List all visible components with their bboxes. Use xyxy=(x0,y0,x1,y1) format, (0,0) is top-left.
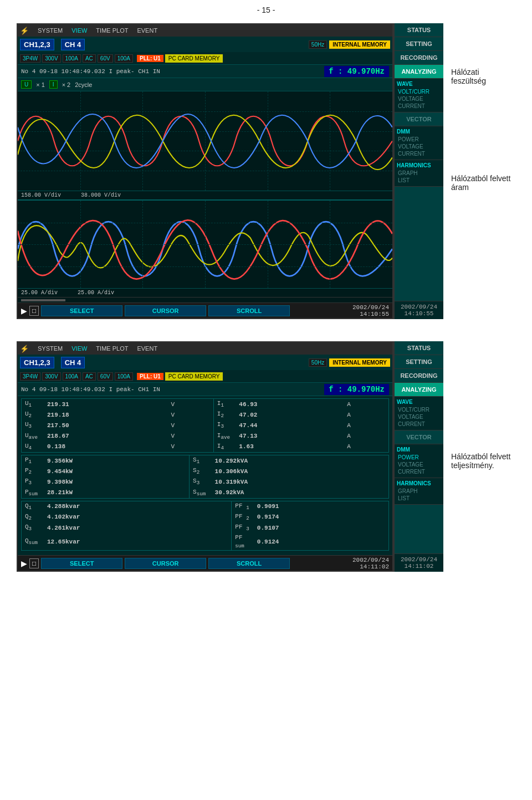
i2-label: I2 xyxy=(213,409,236,420)
screen1-container: ⚡ SYSTEM VIEW TIME PLOT EVENT CH1,2,3 CH… xyxy=(17,23,443,319)
square-icon: □ xyxy=(29,306,39,316)
i3-unit: A xyxy=(344,420,388,430)
menu-system-2[interactable]: SYSTEM xyxy=(38,345,63,352)
u2-label: U2 xyxy=(22,409,44,420)
param-3p4w: 3P4W xyxy=(20,54,40,63)
sidebar-status-1[interactable]: STATUS xyxy=(395,23,443,37)
current-waveform xyxy=(18,199,392,288)
pc-card-memory-badge-2: PC CARD MEMORY xyxy=(165,372,223,381)
sidebar-setting-1[interactable]: SETTING xyxy=(395,37,443,51)
voltage-scale1: 158.00 V/div xyxy=(21,192,61,198)
s2-value: 10.306kVA xyxy=(212,466,388,476)
sidebar-recording-1[interactable]: RECORDING xyxy=(395,51,443,65)
sidebar-voltcurr-1[interactable]: VOLT/CURR xyxy=(397,88,441,95)
p1-label: P1 xyxy=(22,455,44,466)
sidebar-vector-1[interactable]: VECTOR xyxy=(395,112,443,126)
sidebar-current-1[interactable]: CURRENT xyxy=(397,102,441,110)
ch4-label-2: CH 4 xyxy=(61,357,85,368)
ui-table: U1 219.31 V I1 46.93 A U2 219.18 V I2 xyxy=(22,399,388,452)
sidebar-power-1[interactable]: POWER xyxy=(397,136,441,143)
menu-timeplot-2[interactable]: TIME PLOT xyxy=(96,345,128,352)
ch123-label: CH1,2,3 xyxy=(20,39,54,50)
sidebar-dmm-voltage-2[interactable]: VOLTAGE xyxy=(397,461,441,468)
iave-unit: A xyxy=(344,431,388,442)
sidebar-voltcurr-2[interactable]: VOLT/CURR xyxy=(397,406,441,413)
qpf-table: Q1 4.288kvar PF 1 0.9091 Q2 4.102kvar PF… xyxy=(22,501,388,551)
param-100a2: 100A xyxy=(115,54,133,63)
sidebar-dmm-current-1[interactable]: CURRENT xyxy=(397,150,441,157)
select-button-2[interactable]: SELECT xyxy=(41,558,122,569)
q3-pf3-row: Q3 4.261kvar PF 3 0.9107 xyxy=(22,522,388,533)
p2-label: P2 xyxy=(22,466,44,476)
sidebar-graph-2[interactable]: GRAPH xyxy=(397,488,441,495)
sidebar-voltage-2[interactable]: VOLTAGE xyxy=(397,413,441,420)
menu-view[interactable]: VIEW xyxy=(71,27,87,34)
scale-row: U × 1 I × 2 2cycle xyxy=(18,78,392,91)
u1-value: 219.31 xyxy=(44,399,168,409)
p1-s1-row: P1 9.356kW S1 10.292kVA xyxy=(22,455,388,466)
u3-value: 217.50 xyxy=(44,420,168,430)
menu-timeplot[interactable]: TIME PLOT xyxy=(96,27,128,34)
uave-unit: V xyxy=(168,431,214,442)
screen2-container: ⚡ SYSTEM VIEW TIME PLOT EVENT CH1,2,3 CH… xyxy=(17,341,443,572)
sidebar-analyzing-1[interactable]: ANALYZING xyxy=(395,65,443,79)
sidebar-current-2[interactable]: CURRENT xyxy=(397,420,441,428)
param-ac-2: AC xyxy=(83,372,96,381)
info-line-row-2: No 4 09-18 10:48:49.032 I peak- CH1 IN f… xyxy=(18,382,392,396)
current-scale-info: 25.00 A/div 25.00 A/div xyxy=(18,288,392,297)
pf3-value: 0.9107 xyxy=(254,522,388,533)
menu-event[interactable]: EVENT xyxy=(137,27,157,34)
param-60v-2: 60V xyxy=(98,372,113,381)
scroll-indicator[interactable] xyxy=(21,299,65,301)
qpf-group: Q1 4.288kvar PF 1 0.9091 Q2 4.102kvar PF… xyxy=(21,501,389,551)
uave-label: Uave xyxy=(22,431,44,442)
sidebar-list-1[interactable]: LIST xyxy=(397,177,441,184)
internal-memory-badge-2: INTERNAL MEMORY xyxy=(329,358,390,367)
freq-badge: 50Hz xyxy=(309,40,327,49)
cursor-button-2[interactable]: CURSOR xyxy=(125,558,206,569)
screen2: ⚡ SYSTEM VIEW TIME PLOT EVENT CH1,2,3 CH… xyxy=(17,341,393,572)
q2-value: 4.102kvar xyxy=(44,512,232,522)
pll-badge: PLL: U1 xyxy=(137,55,163,62)
instrument-1: ⚡ SYSTEM VIEW TIME PLOT EVENT CH1,2,3 CH… xyxy=(17,23,515,319)
sidebar-setting-2[interactable]: SETTING xyxy=(395,355,443,369)
q1-label: Q1 xyxy=(22,501,44,512)
scroll-button[interactable]: SCROLL xyxy=(208,305,290,316)
p2-s2-row: P2 9.454kW S2 10.306kVA xyxy=(22,466,388,476)
info-line-text: No 4 09-18 10:48:49.032 I peak- CH1 IN xyxy=(21,68,160,75)
u4-value: 0.138 xyxy=(44,442,168,452)
sidebar-power-2[interactable]: POWER xyxy=(397,454,441,461)
freq-display: f : 49.970Hz xyxy=(324,66,389,77)
iave-value: 47.13 xyxy=(236,431,344,442)
annotation-current-text: Hálózatból felvett áram xyxy=(451,174,515,192)
header-row-params-2: 3P4W 300V 100A AC 60V 100A PLL: U1 PC CA… xyxy=(18,370,392,382)
voltage-scale-info: 158.00 V/div 38.000 V/div xyxy=(18,191,392,199)
sidebar-vector-2[interactable]: VECTOR xyxy=(395,430,443,444)
sidebar-analyzing-2[interactable]: ANALYZING xyxy=(395,383,443,397)
sidebar-dmm-voltage-1[interactable]: VOLTAGE xyxy=(397,143,441,150)
i2-unit: A xyxy=(344,409,388,420)
menu-view-2[interactable]: VIEW xyxy=(71,345,87,352)
scroll-button-2[interactable]: SCROLL xyxy=(208,558,290,569)
sidebar-list-2[interactable]: LIST xyxy=(397,495,441,502)
s3-label: S3 xyxy=(190,476,212,487)
sidebar-dmm-section-2: DMM POWER VOLTAGE CURRENT xyxy=(395,444,443,478)
select-button[interactable]: SELECT xyxy=(41,305,122,316)
sidebar-voltage-1[interactable]: VOLTAGE xyxy=(397,95,441,102)
sidebar-status-2[interactable]: STATUS xyxy=(395,341,443,355)
menu-event-2[interactable]: EVENT xyxy=(137,345,157,352)
sidebar-graph-1[interactable]: GRAPH xyxy=(397,170,441,177)
p1-value: 9.356kW xyxy=(44,455,190,466)
sidebar-recording-2[interactable]: RECORDING xyxy=(395,369,443,383)
p3-label: P3 xyxy=(22,476,44,487)
pll-badge-2: PLL: U1 xyxy=(137,373,163,380)
menu-system[interactable]: SYSTEM xyxy=(38,27,63,34)
sidebar-harmonics-title-2: HARMONICS xyxy=(397,480,441,486)
sidebar-dmm-current-2[interactable]: CURRENT xyxy=(397,468,441,475)
data-area-2: U1 219.31 V I1 46.93 A U2 219.18 V I2 xyxy=(18,396,392,555)
cursor-button[interactable]: CURSOR xyxy=(125,305,206,316)
internal-memory-badge: INTERNAL MEMORY xyxy=(329,40,390,49)
screen1: ⚡ SYSTEM VIEW TIME PLOT EVENT CH1,2,3 CH… xyxy=(17,23,393,319)
p2-value: 9.454kW xyxy=(44,466,190,476)
ps-table: P1 9.356kW S1 10.292kVA P2 9.454kW S2 10… xyxy=(22,455,388,498)
